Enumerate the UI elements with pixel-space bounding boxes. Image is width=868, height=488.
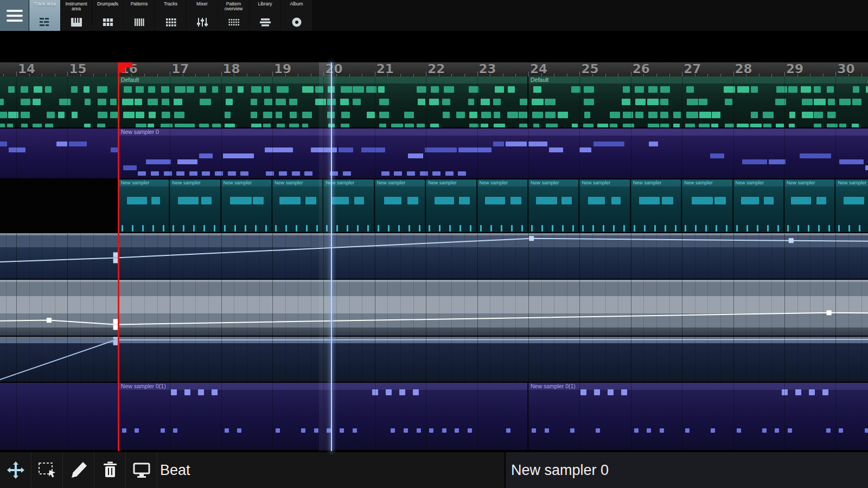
track-name-label[interactable]: Beat [160, 452, 190, 488]
note-block [391, 428, 395, 433]
note-block [839, 124, 847, 127]
note-block [124, 86, 132, 93]
pattern-clip[interactable]: New sampler [119, 179, 170, 232]
note-block [459, 197, 470, 204]
hamburger-menu-icon[interactable] [0, 0, 29, 31]
tab-pattern-overview[interactable]: Pattern overview [218, 0, 249, 31]
note-block [98, 99, 106, 105]
note-block [276, 99, 286, 105]
tab-mixer[interactable]: Mixer [187, 0, 218, 31]
pattern-clip[interactable]: New sampler [528, 179, 579, 232]
selected-item-label[interactable]: New sampler 0 [511, 452, 609, 488]
pattern-clip[interactable]: New sampler [375, 179, 426, 232]
note-block [276, 112, 282, 118]
note-block [367, 225, 369, 232]
automation-lane-2[interactable] [0, 280, 868, 337]
pattern-clip[interactable]: Default [528, 76, 868, 127]
automation-point[interactable] [789, 238, 794, 243]
pencil-tool-button[interactable] [63, 452, 94, 488]
pattern-clip[interactable]: New sampler [221, 179, 272, 232]
note-block [725, 99, 732, 105]
note-block [742, 159, 767, 164]
note-block [326, 225, 328, 232]
pattern-clip[interactable]: Default [119, 76, 528, 127]
pattern-clip[interactable]: New sampler [579, 179, 630, 232]
note-block [187, 124, 195, 127]
pattern-clip[interactable]: New sampler [682, 179, 733, 232]
move-tool-button[interactable] [0, 452, 31, 488]
pattern-clip[interactable]: New sampler 0(1) [528, 383, 868, 450]
note-block [660, 86, 670, 93]
pattern-clip[interactable] [0, 129, 119, 178]
note-block [418, 99, 425, 105]
tab-tracks[interactable]: Tracks [155, 0, 186, 31]
note-block [762, 428, 767, 433]
ruler-tick [733, 72, 734, 76]
note-block [379, 112, 390, 118]
note-block [161, 124, 172, 127]
clip-header: New sampler 0(1) [528, 383, 868, 390]
ruler-tick [528, 72, 529, 76]
pattern-clip[interactable] [0, 76, 119, 127]
automation-lane-1[interactable] [0, 233, 868, 280]
note-block [818, 225, 820, 232]
note-block [58, 112, 65, 118]
automation-lane-3[interactable] [0, 337, 868, 383]
note-block [736, 225, 738, 232]
pattern-clip[interactable]: New sampler [477, 179, 528, 232]
clip-label: New sampler [838, 180, 866, 185]
note-block [593, 142, 624, 146]
ruler-bar-number: 30 [837, 62, 854, 76]
pattern-clip[interactable]: New sampler 0 [119, 129, 868, 178]
clip-header: Default [528, 76, 868, 84]
note-block [136, 86, 144, 93]
pattern-clip[interactable]: New sampler [733, 179, 784, 232]
note-block [775, 99, 786, 105]
screen-tool-button[interactable] [126, 452, 157, 488]
note-block [769, 159, 786, 164]
note-block [148, 124, 154, 127]
note-block [469, 124, 478, 127]
tab-drumpads[interactable]: Drumpads [92, 0, 123, 31]
tab-album[interactable]: Album [281, 0, 312, 31]
tab-patterns[interactable]: Patterns [124, 0, 155, 31]
trash-tool-button[interactable] [94, 452, 126, 488]
note-block [225, 112, 231, 118]
note-block [417, 86, 426, 93]
clip-header: New sampler [528, 179, 578, 187]
note-block [510, 197, 521, 204]
note-block [347, 225, 348, 232]
note-block [200, 86, 207, 93]
ruler-tick [221, 72, 222, 76]
note-block [558, 112, 568, 118]
clip-label: New sampler [582, 180, 610, 185]
pattern-clip[interactable]: New sampler [631, 179, 682, 232]
note-block [814, 124, 821, 127]
clip-header: New sampler 0(1) [119, 383, 527, 390]
note-block [212, 389, 218, 395]
automation-point[interactable] [529, 236, 534, 241]
drumpads-icon [102, 17, 114, 28]
pattern-clip[interactable] [0, 383, 119, 450]
automation-point[interactable] [827, 310, 832, 315]
pattern-clip[interactable]: New sampler [426, 179, 477, 232]
note-block [648, 86, 658, 93]
note-block [379, 124, 386, 127]
note-block [822, 389, 828, 395]
pattern-clip[interactable]: New sampler [835, 179, 868, 232]
track-row-sampler-0-1: New sampler 0(1)New sampler 0(1) [0, 383, 868, 451]
ruler-bar-number: 25 [581, 62, 598, 76]
tab-instrument-area[interactable]: Instrument area [61, 0, 92, 31]
tab-track-area[interactable]: Track area [29, 0, 60, 31]
select-tool-button[interactable] [31, 452, 63, 488]
automation-point[interactable] [47, 318, 52, 323]
note-block [686, 86, 694, 93]
pattern-clip[interactable]: New sampler 0(1) [119, 383, 528, 450]
pattern-clip[interactable]: New sampler [272, 179, 323, 232]
note-block [289, 124, 299, 127]
pattern-clip[interactable]: New sampler [170, 179, 221, 232]
note-block [449, 225, 451, 232]
note-block [148, 86, 155, 93]
pattern-clip[interactable]: New sampler [784, 179, 835, 232]
tab-library[interactable]: Library [250, 0, 280, 31]
